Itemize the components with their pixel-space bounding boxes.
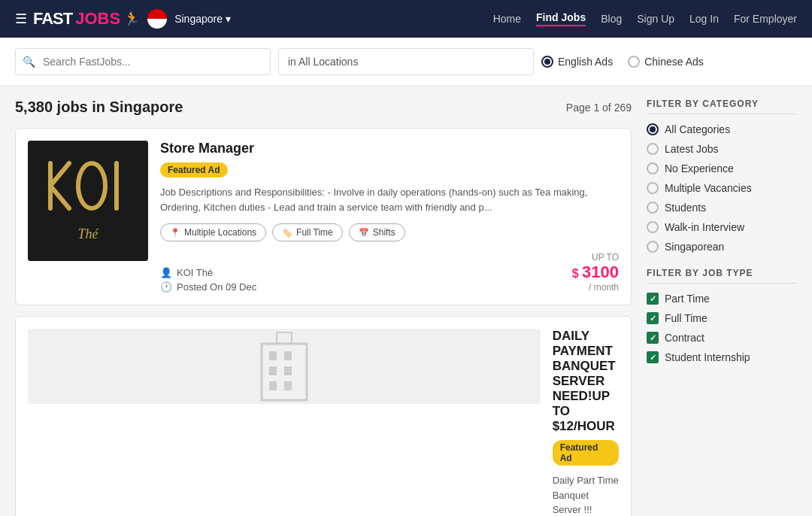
nav-find-jobs[interactable]: Find Jobs xyxy=(536,11,586,26)
logo-jobs-text: JOBS xyxy=(75,9,120,29)
logo[interactable]: ☰ FASTJOBS 🏃 xyxy=(15,9,140,29)
filter-contract[interactable]: ✓ Contract xyxy=(647,332,797,344)
filter-walk-in-interview[interactable]: Walk-in Interview xyxy=(647,221,797,233)
job-title: DAILY PAYMENT BANQUET SERVER NEED!UP TO … xyxy=(553,329,619,434)
svg-rect-0 xyxy=(28,141,148,261)
location-select-wrap: in All Locations xyxy=(278,48,534,75)
svg-rect-12 xyxy=(269,381,277,390)
language-options: English Ads Chinese Ads xyxy=(541,56,704,68)
hamburger-icon[interactable]: ☰ xyxy=(15,11,27,27)
filter-singaporean[interactable]: Singaporean xyxy=(647,241,797,253)
filter-radio-all-categories[interactable] xyxy=(647,123,659,135)
results-count: 5,380 jobs in Singapore xyxy=(15,99,183,116)
salary-block: UP TO $ 3100 / month xyxy=(572,250,619,293)
posted-row: 🕐 Posted On 09 Dec xyxy=(160,281,256,293)
listings: 5,380 jobs in Singapore Page 1 of 269 xyxy=(15,99,632,516)
filter-label: Singaporean xyxy=(665,241,724,253)
nav-blog[interactable]: Blog xyxy=(601,13,622,25)
table-row[interactable]: Thé Store Manager Featured Ad Job Descri… xyxy=(15,128,632,305)
filter-label: Latest Jobs xyxy=(665,143,719,155)
search-bar: 🔍 in All Locations English Ads Chinese A… xyxy=(0,38,812,87)
filter-no-experience[interactable]: No Experience xyxy=(647,162,797,175)
country-selector[interactable]: Singapore ▾ xyxy=(174,13,231,25)
location-pin-icon: 📍 xyxy=(170,228,180,238)
checkmark-icon: ✓ xyxy=(650,333,656,343)
chinese-ads-option[interactable]: Chinese Ads xyxy=(628,56,704,68)
filter-radio-no-experience[interactable] xyxy=(647,162,659,175)
clock-icon: 🕐 xyxy=(160,281,172,293)
navbar-left: ☰ FASTJOBS 🏃 Singapore ▾ xyxy=(15,9,231,29)
filter-checkbox-student-internship[interactable]: ✓ xyxy=(647,351,659,363)
filter-checkbox-contract[interactable]: ✓ xyxy=(647,332,659,344)
svg-rect-10 xyxy=(269,366,277,375)
filter-radio-students[interactable] xyxy=(647,202,659,214)
filter-jobtype-title: FILTER BY JOB TYPE xyxy=(647,268,797,284)
flag-icon xyxy=(147,9,167,29)
search-input-wrap: 🔍 xyxy=(15,48,271,75)
filter-checkbox-full-time[interactable]: ✓ xyxy=(647,312,659,324)
filter-checkbox-part-time[interactable]: ✓ xyxy=(647,293,659,305)
filter-part-time[interactable]: ✓ Part Time xyxy=(647,293,797,305)
filter-all-categories[interactable]: All Categories xyxy=(647,123,797,135)
nav-sign-up[interactable]: Sign Up xyxy=(637,13,674,25)
filter-student-internship[interactable]: ✓ Student Internship xyxy=(647,351,797,363)
filter-radio-fill xyxy=(650,126,656,132)
nav-home[interactable]: Home xyxy=(493,13,521,25)
english-ads-label: English Ads xyxy=(558,56,613,68)
filter-radio-singaporean[interactable] xyxy=(647,241,659,253)
filter-label: Multiple Vacancies xyxy=(665,182,752,194)
job-info: DAILY PAYMENT BANQUET SERVER NEED!UP TO … xyxy=(553,329,619,516)
svg-rect-13 xyxy=(284,381,292,390)
tag-label: Shifts xyxy=(373,227,395,238)
filter-radio-walk-in-interview[interactable] xyxy=(647,221,659,233)
svg-rect-14 xyxy=(277,332,292,344)
chinese-ads-label: Chinese Ads xyxy=(644,56,704,68)
tag-shifts: 📅 Shifts xyxy=(349,223,405,241)
checkmark-icon: ✓ xyxy=(650,314,656,323)
filter-label: Full Time xyxy=(665,312,707,324)
company-name: KOI Thé xyxy=(177,267,213,278)
company-row: 👤 KOI Thé xyxy=(160,267,256,278)
dollar-sign: $ xyxy=(572,267,582,280)
english-ads-option[interactable]: English Ads xyxy=(541,56,613,68)
svg-rect-8 xyxy=(269,351,277,360)
tag-label: Full Time xyxy=(296,227,333,238)
filter-jobtype-section: FILTER BY JOB TYPE ✓ Part Time ✓ Full Ti… xyxy=(647,268,797,363)
person-icon: 👤 xyxy=(160,267,172,278)
posted-date: Posted On 09 Dec xyxy=(177,281,256,293)
filter-radio-latest-jobs[interactable] xyxy=(647,143,659,155)
svg-rect-11 xyxy=(284,366,292,375)
english-ads-radio[interactable] xyxy=(541,56,553,68)
english-ads-radio-fill xyxy=(544,59,550,65)
country-label: Singapore xyxy=(174,13,223,25)
filter-full-time[interactable]: ✓ Full Time xyxy=(647,312,797,324)
chinese-ads-radio[interactable] xyxy=(628,56,640,68)
tag-multiple-locations: 📍 Multiple Locations xyxy=(160,223,266,241)
main-content: 5,380 jobs in Singapore Page 1 of 269 xyxy=(0,87,812,516)
sidebar: FILTER BY CATEGORY All Categories Latest… xyxy=(647,99,797,516)
job-logo-koi: Thé xyxy=(28,141,148,261)
tag-full-time: 🏷️ Full Time xyxy=(272,223,343,241)
navbar-right: Home Find Jobs Blog Sign Up Log In For E… xyxy=(493,11,797,26)
salary-period: / month xyxy=(572,282,619,293)
location-dropdown[interactable]: in All Locations xyxy=(278,48,534,75)
filter-radio-multiple-vacancies[interactable] xyxy=(647,182,659,194)
nav-log-in[interactable]: Log In xyxy=(689,13,719,25)
svg-text:Thé: Thé xyxy=(78,226,99,241)
job-meta: 👤 KOI Thé 🕐 Posted On 09 Dec xyxy=(160,267,256,293)
filter-latest-jobs[interactable]: Latest Jobs xyxy=(647,143,797,155)
search-input[interactable] xyxy=(15,48,271,75)
checkmark-icon: ✓ xyxy=(650,353,656,363)
svg-rect-9 xyxy=(284,351,292,360)
job-footer: 👤 KOI Thé 🕐 Posted On 09 Dec UP TO $ 310… xyxy=(160,250,619,293)
filter-label: No Experience xyxy=(665,162,734,175)
job-info: Store Manager Featured Ad Job Descriptio… xyxy=(160,141,619,293)
filter-label: Part Time xyxy=(665,293,710,305)
filter-multiple-vacancies[interactable]: Multiple Vacancies xyxy=(647,182,797,194)
table-row[interactable]: DAILY PAYMENT BANQUET SERVER NEED!UP TO … xyxy=(15,316,632,516)
filter-category-title: FILTER BY CATEGORY xyxy=(647,99,797,114)
filter-students[interactable]: Students xyxy=(647,202,797,214)
results-header: 5,380 jobs in Singapore Page 1 of 269 xyxy=(15,99,632,116)
tag-label: Multiple Locations xyxy=(184,227,256,238)
nav-for-employer[interactable]: For Employer xyxy=(734,13,797,25)
